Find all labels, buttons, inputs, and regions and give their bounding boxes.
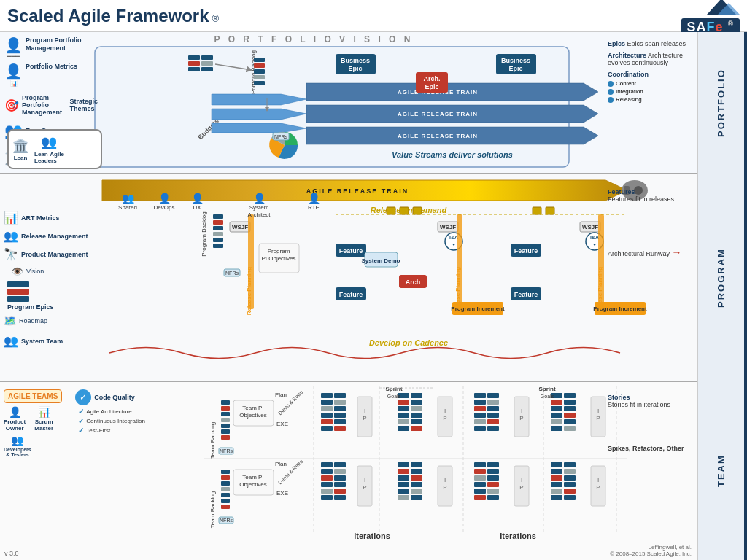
svg-rect-147 bbox=[334, 419, 346, 424]
svg-rect-170 bbox=[474, 393, 486, 398]
svg-rect-113 bbox=[219, 448, 233, 454]
svg-rect-82 bbox=[259, 244, 299, 273]
portfolio-annotations: Epics Epics span releases Architecture A… bbox=[608, 40, 692, 103]
svg-text:I&A: I&A bbox=[449, 235, 458, 240]
svg-rect-221 bbox=[398, 489, 409, 494]
svg-rect-187 bbox=[551, 406, 562, 411]
svg-text:Team PI: Team PI bbox=[242, 405, 263, 411]
svg-text:I: I bbox=[521, 477, 522, 483]
title-text: Scaled Agile Framework bbox=[7, 6, 209, 26]
trademark: ® bbox=[212, 13, 220, 24]
arch-runway-annotation: Architectural Runway → bbox=[608, 246, 692, 258]
svg-text:NFRs: NFRs bbox=[274, 133, 288, 139]
svg-text:Objectives: Objectives bbox=[239, 412, 266, 419]
svg-rect-223 bbox=[411, 462, 422, 467]
cq-item-1: ✓ Agile Architecture bbox=[78, 408, 145, 416]
svg-rect-234 bbox=[474, 475, 486, 481]
svg-rect-120 bbox=[221, 493, 230, 497]
svg-text:I: I bbox=[444, 477, 446, 483]
epics-annotation: Epics Epics span releases bbox=[608, 40, 692, 47]
svg-text:AGILE RELEASE TRAIN: AGILE RELEASE TRAIN bbox=[398, 111, 478, 117]
st-label: Program Portfolio Management bbox=[22, 94, 66, 116]
svg-rect-243 bbox=[487, 495, 499, 500]
svg-rect-30 bbox=[188, 67, 200, 71]
svg-text:Release Planning: Release Planning bbox=[246, 267, 252, 315]
rel-mgmt-role: 👥 Release Management bbox=[4, 229, 98, 243]
svg-text:👤: 👤 bbox=[308, 192, 321, 205]
svg-rect-176 bbox=[487, 393, 499, 398]
svg-rect-28 bbox=[188, 61, 200, 66]
svg-rect-109 bbox=[221, 418, 230, 422]
svg-rect-177 bbox=[487, 400, 499, 405]
svg-rect-154 bbox=[398, 406, 409, 411]
architecture-annotation: Architecture Architecture evolves contin… bbox=[608, 52, 692, 66]
svg-text:Value Streams deliver solution: Value Streams deliver solutions bbox=[392, 150, 513, 159]
svg-text:Demo & Retro: Demo & Retro bbox=[277, 389, 303, 416]
svg-rect-194 bbox=[564, 413, 576, 418]
svg-rect-33 bbox=[273, 133, 289, 140]
team-section: Team Backlog NFRs Team Backlog bbox=[0, 382, 697, 560]
svg-rect-107 bbox=[221, 406, 230, 411]
svg-rect-237 bbox=[474, 495, 486, 500]
svg-text:AGILE RELEASE TRAIN: AGILE RELEASE TRAIN bbox=[398, 133, 478, 139]
vision-label: Vision bbox=[26, 268, 44, 275]
svg-text:I: I bbox=[597, 408, 599, 414]
svg-rect-122 bbox=[221, 505, 230, 509]
svg-rect-189 bbox=[551, 419, 562, 424]
svg-rect-43 bbox=[230, 222, 250, 232]
svg-rect-86 bbox=[457, 214, 462, 309]
svg-rect-22 bbox=[496, 54, 536, 74]
team-label: TEAM bbox=[698, 382, 747, 560]
svg-rect-121 bbox=[221, 499, 230, 503]
svg-rect-159 bbox=[411, 400, 422, 405]
svg-text:I&A: I&A bbox=[590, 235, 599, 240]
svg-rect-227 bbox=[411, 489, 422, 494]
svg-rect-203 bbox=[321, 469, 333, 474]
svg-text:I: I bbox=[521, 408, 522, 414]
header: Scaled Agile Framework ® SAFe ® bbox=[0, 0, 747, 32]
svg-rect-119 bbox=[221, 487, 230, 491]
svg-text:Release Planning: Release Planning bbox=[454, 267, 461, 315]
svg-rect-47 bbox=[580, 222, 600, 232]
svg-rect-181 bbox=[487, 426, 499, 431]
check-icon-1: ✓ bbox=[78, 408, 84, 416]
svg-rect-146 bbox=[334, 413, 346, 418]
cq-item-2: ✓ Continuous Integration bbox=[78, 417, 145, 425]
content-area: P O R T F O L I O V I S I O N Portfolio … bbox=[0, 32, 747, 560]
safe-logo: SAFe ® bbox=[681, 0, 740, 36]
art-metrics-label: ART Metrics bbox=[21, 214, 60, 222]
features-annotation: Features Features fit in releases bbox=[608, 188, 692, 203]
svg-rect-185 bbox=[551, 393, 562, 398]
svg-text:👤: 👤 bbox=[253, 192, 266, 205]
sys-team-label: System Team bbox=[21, 338, 63, 345]
svg-text:EXE: EXE bbox=[276, 421, 288, 427]
cq-label-3: Test-First bbox=[86, 427, 110, 434]
svg-rect-74 bbox=[213, 214, 223, 219]
svg-text:●: ● bbox=[593, 242, 596, 246]
svg-rect-19 bbox=[416, 72, 448, 93]
svg-text:WSJF: WSJF bbox=[440, 224, 456, 230]
svg-rect-233 bbox=[474, 469, 486, 474]
svg-text:Feature: Feature bbox=[339, 247, 363, 254]
svg-rect-15 bbox=[254, 81, 265, 85]
svg-text:UX: UX bbox=[193, 204, 201, 211]
svg-rect-62 bbox=[511, 287, 541, 300]
svg-rect-250 bbox=[551, 482, 562, 487]
svg-text:Epic: Epic bbox=[348, 65, 362, 72]
svg-rect-91 bbox=[533, 207, 541, 214]
svg-rect-219 bbox=[398, 475, 409, 481]
svg-rect-85 bbox=[248, 214, 254, 309]
svg-rect-14 bbox=[254, 75, 265, 79]
sys-team-role: 👥 System Team bbox=[4, 334, 98, 348]
svg-rect-205 bbox=[321, 482, 333, 487]
code-quality: ✓ Code Quality ✓ Agile Architecture bbox=[75, 389, 145, 435]
ppm-label: Program Portfolio Management bbox=[26, 36, 98, 52]
pm-label: Portfolio Metrics bbox=[26, 63, 77, 71]
pm-role: 👤 📊 Portfolio Metrics bbox=[4, 63, 98, 87]
portfolio-section: P O R T F O L I O V I S I O N Portfolio … bbox=[0, 32, 697, 174]
svg-text:Team Backlog: Team Backlog bbox=[209, 422, 216, 459]
team-annotations: Stories Stories fit in iterations Spikes… bbox=[608, 394, 692, 452]
svg-rect-190 bbox=[551, 426, 562, 431]
svg-text:System Demo: System Demo bbox=[362, 257, 400, 264]
svg-text:Goals: Goals bbox=[541, 394, 554, 399]
